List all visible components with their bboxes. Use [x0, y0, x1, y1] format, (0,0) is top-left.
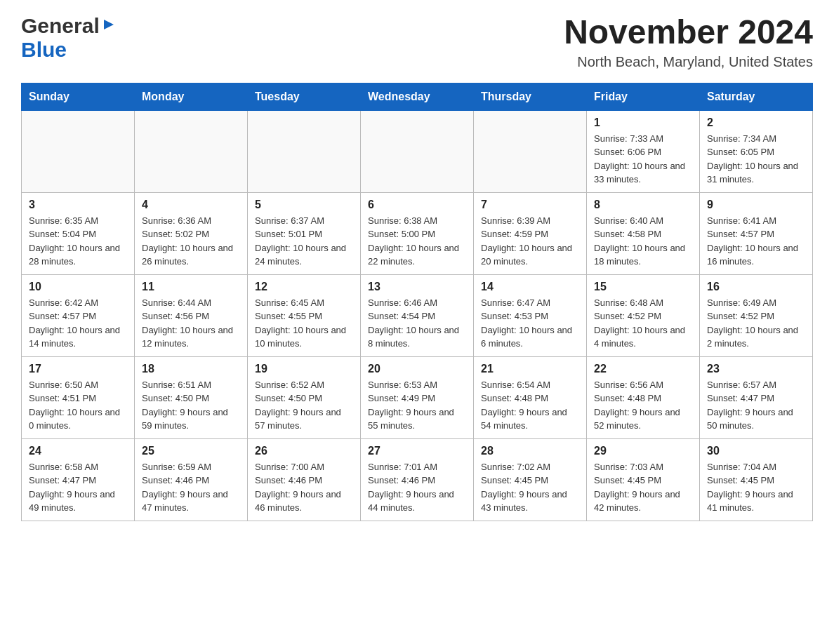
- calendar-day-cell: 23Sunrise: 6:57 AM Sunset: 4:47 PM Dayli…: [700, 356, 813, 438]
- calendar-day-cell: 14Sunrise: 6:47 AM Sunset: 4:53 PM Dayli…: [474, 274, 587, 356]
- day-number: 14: [481, 281, 579, 293]
- day-of-week-header: Wednesday: [361, 83, 474, 110]
- day-info: Sunrise: 6:36 AM Sunset: 5:02 PM Dayligh…: [142, 214, 240, 269]
- day-info: Sunrise: 6:47 AM Sunset: 4:53 PM Dayligh…: [481, 296, 579, 351]
- day-number: 30: [707, 445, 805, 457]
- calendar-day-cell: 18Sunrise: 6:51 AM Sunset: 4:50 PM Dayli…: [135, 356, 248, 438]
- page-header: General Blue November 2024 North Beach, …: [21, 14, 813, 70]
- day-number: 6: [368, 199, 466, 211]
- calendar-day-cell: 11Sunrise: 6:44 AM Sunset: 4:56 PM Dayli…: [135, 274, 248, 356]
- calendar-header: SundayMondayTuesdayWednesdayThursdayFrid…: [22, 83, 813, 110]
- logo-arrow-icon: [101, 17, 117, 35]
- day-of-week-header: Saturday: [700, 83, 813, 110]
- location-subtitle: North Beach, Maryland, United States: [564, 54, 813, 70]
- day-number: 25: [142, 445, 240, 457]
- calendar-day-cell: 20Sunrise: 6:53 AM Sunset: 4:49 PM Dayli…: [361, 356, 474, 438]
- calendar-day-cell: 12Sunrise: 6:45 AM Sunset: 4:55 PM Dayli…: [248, 274, 361, 356]
- day-info: Sunrise: 6:57 AM Sunset: 4:47 PM Dayligh…: [707, 378, 805, 433]
- day-number: 12: [255, 281, 353, 293]
- day-number: 24: [29, 445, 127, 457]
- logo-general-text: General: [21, 14, 100, 38]
- day-info: Sunrise: 7:33 AM Sunset: 6:06 PM Dayligh…: [594, 132, 692, 187]
- day-info: Sunrise: 7:00 AM Sunset: 4:46 PM Dayligh…: [255, 460, 353, 515]
- day-info: Sunrise: 6:53 AM Sunset: 4:49 PM Dayligh…: [368, 378, 466, 433]
- day-info: Sunrise: 7:04 AM Sunset: 4:45 PM Dayligh…: [707, 460, 805, 515]
- day-info: Sunrise: 6:42 AM Sunset: 4:57 PM Dayligh…: [29, 296, 127, 351]
- calendar-day-cell: 16Sunrise: 6:49 AM Sunset: 4:52 PM Dayli…: [700, 274, 813, 356]
- day-info: Sunrise: 6:45 AM Sunset: 4:55 PM Dayligh…: [255, 296, 353, 351]
- day-info: Sunrise: 6:41 AM Sunset: 4:57 PM Dayligh…: [707, 214, 805, 269]
- day-of-week-header: Sunday: [22, 83, 135, 110]
- day-info: Sunrise: 6:58 AM Sunset: 4:47 PM Dayligh…: [29, 460, 127, 515]
- day-number: 11: [142, 281, 240, 293]
- day-number: 7: [481, 199, 579, 211]
- day-of-week-header: Friday: [587, 83, 700, 110]
- calendar-day-cell: 5Sunrise: 6:37 AM Sunset: 5:01 PM Daylig…: [248, 192, 361, 274]
- calendar-day-cell: 30Sunrise: 7:04 AM Sunset: 4:45 PM Dayli…: [700, 438, 813, 521]
- calendar-day-cell: 26Sunrise: 7:00 AM Sunset: 4:46 PM Dayli…: [248, 438, 361, 521]
- title-section: November 2024 North Beach, Maryland, Uni…: [564, 14, 813, 70]
- calendar-day-cell: 27Sunrise: 7:01 AM Sunset: 4:46 PM Dayli…: [361, 438, 474, 521]
- month-title: November 2024: [564, 14, 813, 51]
- day-number: 10: [29, 281, 127, 293]
- day-headers-row: SundayMondayTuesdayWednesdayThursdayFrid…: [22, 83, 813, 110]
- day-number: 29: [594, 445, 692, 457]
- day-number: 23: [707, 363, 805, 375]
- day-of-week-header: Tuesday: [248, 83, 361, 110]
- day-number: 16: [707, 281, 805, 293]
- day-number: 26: [255, 445, 353, 457]
- day-info: Sunrise: 6:56 AM Sunset: 4:48 PM Dayligh…: [594, 378, 692, 433]
- calendar-table: SundayMondayTuesdayWednesdayThursdayFrid…: [21, 83, 813, 521]
- calendar-week-row: 17Sunrise: 6:50 AM Sunset: 4:51 PM Dayli…: [22, 356, 813, 438]
- day-number: 18: [142, 363, 240, 375]
- day-of-week-header: Monday: [135, 83, 248, 110]
- day-info: Sunrise: 7:03 AM Sunset: 4:45 PM Dayligh…: [594, 460, 692, 515]
- day-info: Sunrise: 6:54 AM Sunset: 4:48 PM Dayligh…: [481, 378, 579, 433]
- calendar-day-cell: 28Sunrise: 7:02 AM Sunset: 4:45 PM Dayli…: [474, 438, 587, 521]
- calendar-day-cell: 19Sunrise: 6:52 AM Sunset: 4:50 PM Dayli…: [248, 356, 361, 438]
- day-info: Sunrise: 6:52 AM Sunset: 4:50 PM Dayligh…: [255, 378, 353, 433]
- day-number: 3: [29, 199, 127, 211]
- day-info: Sunrise: 6:50 AM Sunset: 4:51 PM Dayligh…: [29, 378, 127, 433]
- calendar-day-cell: [361, 110, 474, 192]
- calendar-day-cell: 4Sunrise: 6:36 AM Sunset: 5:02 PM Daylig…: [135, 192, 248, 274]
- calendar-day-cell: [22, 110, 135, 192]
- day-number: 15: [594, 281, 692, 293]
- day-info: Sunrise: 7:01 AM Sunset: 4:46 PM Dayligh…: [368, 460, 466, 515]
- calendar-body: 1Sunrise: 7:33 AM Sunset: 6:06 PM Daylig…: [22, 110, 813, 521]
- logo: General Blue: [21, 14, 117, 62]
- calendar-day-cell: 1Sunrise: 7:33 AM Sunset: 6:06 PM Daylig…: [587, 110, 700, 192]
- day-number: 2: [707, 116, 805, 129]
- day-number: 21: [481, 363, 579, 375]
- day-info: Sunrise: 7:02 AM Sunset: 4:45 PM Dayligh…: [481, 460, 579, 515]
- calendar-day-cell: 25Sunrise: 6:59 AM Sunset: 4:46 PM Dayli…: [135, 438, 248, 521]
- calendar-day-cell: 7Sunrise: 6:39 AM Sunset: 4:59 PM Daylig…: [474, 192, 587, 274]
- day-number: 4: [142, 199, 240, 211]
- day-info: Sunrise: 6:46 AM Sunset: 4:54 PM Dayligh…: [368, 296, 466, 351]
- day-info: Sunrise: 6:49 AM Sunset: 4:52 PM Dayligh…: [707, 296, 805, 351]
- calendar-day-cell: 21Sunrise: 6:54 AM Sunset: 4:48 PM Dayli…: [474, 356, 587, 438]
- day-info: Sunrise: 6:38 AM Sunset: 5:00 PM Dayligh…: [368, 214, 466, 269]
- calendar-day-cell: 29Sunrise: 7:03 AM Sunset: 4:45 PM Dayli…: [587, 438, 700, 521]
- calendar-day-cell: [135, 110, 248, 192]
- calendar-day-cell: 10Sunrise: 6:42 AM Sunset: 4:57 PM Dayli…: [22, 274, 135, 356]
- calendar-day-cell: 3Sunrise: 6:35 AM Sunset: 5:04 PM Daylig…: [22, 192, 135, 274]
- calendar-day-cell: 24Sunrise: 6:58 AM Sunset: 4:47 PM Dayli…: [22, 438, 135, 521]
- calendar-week-row: 3Sunrise: 6:35 AM Sunset: 5:04 PM Daylig…: [22, 192, 813, 274]
- day-number: 19: [255, 363, 353, 375]
- day-number: 1: [594, 116, 692, 129]
- day-of-week-header: Thursday: [474, 83, 587, 110]
- day-number: 9: [707, 199, 805, 211]
- calendar-day-cell: 8Sunrise: 6:40 AM Sunset: 4:58 PM Daylig…: [587, 192, 700, 274]
- calendar-day-cell: 9Sunrise: 6:41 AM Sunset: 4:57 PM Daylig…: [700, 192, 813, 274]
- day-info: Sunrise: 6:39 AM Sunset: 4:59 PM Dayligh…: [481, 214, 579, 269]
- day-info: Sunrise: 6:48 AM Sunset: 4:52 PM Dayligh…: [594, 296, 692, 351]
- calendar-day-cell: 13Sunrise: 6:46 AM Sunset: 4:54 PM Dayli…: [361, 274, 474, 356]
- day-number: 22: [594, 363, 692, 375]
- svg-marker-0: [104, 20, 114, 29]
- calendar-day-cell: 22Sunrise: 6:56 AM Sunset: 4:48 PM Dayli…: [587, 356, 700, 438]
- day-info: Sunrise: 6:37 AM Sunset: 5:01 PM Dayligh…: [255, 214, 353, 269]
- day-info: Sunrise: 6:59 AM Sunset: 4:46 PM Dayligh…: [142, 460, 240, 515]
- day-info: Sunrise: 6:44 AM Sunset: 4:56 PM Dayligh…: [142, 296, 240, 351]
- calendar-day-cell: 17Sunrise: 6:50 AM Sunset: 4:51 PM Dayli…: [22, 356, 135, 438]
